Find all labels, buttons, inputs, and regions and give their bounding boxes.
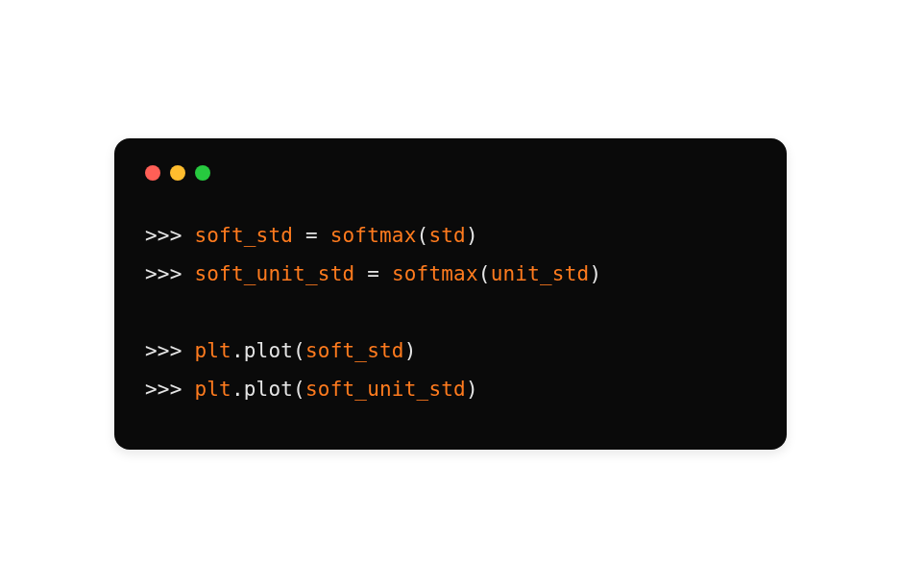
code-token: = — [354, 262, 392, 285]
code-token: std — [428, 224, 466, 247]
blank-line — [145, 294, 756, 332]
code-token: ) — [404, 339, 417, 362]
code-token: .plot( — [231, 339, 305, 362]
code-line: >>> soft_unit_std = softmax(unit_std) — [145, 256, 756, 294]
minimize-icon[interactable] — [170, 165, 185, 181]
code-token: ) — [589, 262, 601, 285]
code-token: soft_std — [194, 224, 293, 247]
code-block: >>> soft_std = softmax(std)>>> soft_unit… — [145, 217, 756, 408]
code-token: .plot( — [231, 378, 305, 401]
code-line: >>> soft_std = softmax(std) — [145, 217, 756, 256]
close-icon[interactable] — [145, 165, 160, 181]
window-controls — [145, 165, 756, 181]
code-token: plt — [194, 339, 231, 362]
code-token: soft_unit_std — [305, 378, 466, 401]
terminal-window: >>> soft_std = softmax(std)>>> soft_unit… — [114, 138, 787, 449]
code-token: ) — [466, 378, 478, 401]
code-token: plt — [194, 378, 231, 401]
code-token: ( — [417, 224, 429, 247]
code-line: >>> plt.plot(soft_unit_std) — [145, 371, 756, 409]
code-token: ( — [478, 262, 491, 285]
code-token: unit_std — [491, 262, 590, 285]
code-token: softmax — [330, 224, 417, 247]
code-token: softmax — [392, 262, 478, 285]
code-token: ) — [466, 224, 478, 247]
code-token: soft_std — [305, 339, 404, 362]
repl-prompt: >>> — [145, 339, 194, 362]
code-token: = — [293, 224, 330, 247]
repl-prompt: >>> — [145, 262, 194, 285]
maximize-icon[interactable] — [195, 165, 210, 181]
code-line: >>> plt.plot(soft_std) — [145, 332, 756, 371]
repl-prompt: >>> — [145, 224, 194, 247]
code-token: soft_unit_std — [194, 262, 354, 285]
repl-prompt: >>> — [145, 378, 194, 401]
